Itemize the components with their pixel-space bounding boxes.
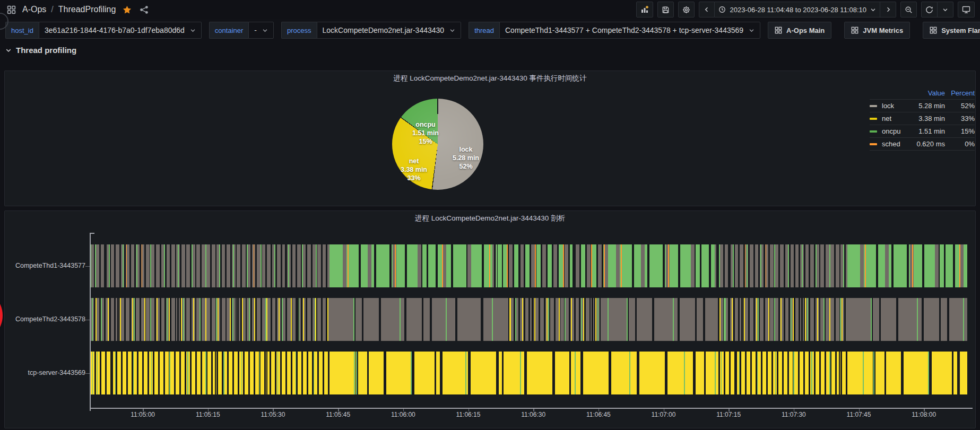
legend-header-row: ValuePercent [870, 87, 975, 100]
timeline-row-CompeteThd2-3443578 [91, 298, 967, 341]
legend-swatch-lock [870, 105, 877, 107]
x-axis-label-11:06:45: 11:06:45 [586, 411, 611, 418]
variable-value-process[interactable]: LockCompeteDemo2net.jar-3443430 [317, 22, 462, 39]
timeline-segment-group[interactable] [91, 244, 330, 287]
timeline-row-CompeteThd1-3443577 [91, 244, 967, 287]
timeline-segment-group[interactable] [847, 352, 967, 394]
y-axis-tick [85, 320, 90, 321]
variable-selected-container: - [254, 26, 257, 34]
kiosk-mode-monitor-icon[interactable] [958, 2, 975, 17]
timeline-segment-group[interactable] [847, 244, 967, 287]
legend-value: 3.38 min [906, 115, 945, 122]
variable-label-container: container [209, 22, 248, 39]
refresh-button[interactable] [921, 2, 938, 17]
x-axis-label-11:05:15: 11:05:15 [196, 411, 220, 418]
timeline-segment-group[interactable] [498, 244, 604, 287]
pie-chart: lock5.28 min52%net3.38 min33%oncpu1.51 m… [392, 99, 483, 190]
top-navbar: A-Ops / ThreadProfiling [0, 0, 980, 19]
dashboard-settings-gear-icon[interactable] [678, 2, 695, 17]
x-axis-label-11:07:45: 11:07:45 [847, 411, 871, 418]
refresh-controls [921, 2, 953, 17]
slice-name: oncpu [412, 121, 439, 129]
slice-name: net [401, 157, 427, 166]
legend-swatch-sched [870, 143, 877, 145]
legend-label: net [882, 115, 891, 122]
breadcrumb-app[interactable]: A-Ops [22, 5, 46, 14]
timeline-segment-group[interactable] [505, 298, 603, 341]
favorite-star-icon[interactable] [121, 4, 133, 15]
timeline-segment-group[interactable] [330, 244, 498, 287]
slice-value: 5.28 min [453, 154, 479, 163]
timeline-segment-group[interactable] [330, 298, 505, 341]
x-axis-label-11:07:30: 11:07:30 [782, 411, 806, 418]
timeline-segment-group[interactable] [330, 352, 715, 394]
slice-value: 1.51 min [412, 129, 439, 138]
variable-selected-process: LockCompeteDemo2net.jar-3443430 [323, 26, 445, 34]
zoom-out-time-button[interactable] [900, 2, 917, 17]
clock-icon [718, 6, 726, 13]
breadcrumb-page[interactable]: ThreadProfiling [58, 5, 116, 14]
timeline-segment-group[interactable] [91, 298, 330, 341]
variable-value-host_id[interactable]: 3e61a216-1844-4176-b7a0-1df7eba80d6d [39, 22, 202, 39]
legend-percent: 33% [945, 115, 975, 122]
variable-container: container- [209, 22, 274, 39]
timeline-row-tcp-server-3443569 [91, 352, 967, 394]
timeline-segment-group[interactable] [715, 298, 847, 341]
timeline-segment-group[interactable] [603, 298, 715, 341]
legend-row-oncpu: oncpu1.51 min15% [870, 125, 975, 138]
legend-label: sched [882, 140, 900, 148]
variable-process: processLockCompeteDemo2net.jar-3443430 [281, 22, 461, 39]
variable-value-container[interactable]: - [248, 22, 274, 39]
dashboard-row-toggle[interactable]: Thread profiling [5, 46, 76, 55]
legend-item-oncpu[interactable]: oncpu [870, 127, 906, 135]
time-shift-back-button[interactable] [699, 2, 715, 17]
legend-item-lock[interactable]: lock [870, 102, 906, 110]
variable-value-thread[interactable]: CompeteThd1-3443577 + CompeteThd2-344357… [499, 22, 760, 39]
x-axis-label-11:06:30: 11:06:30 [521, 411, 545, 418]
save-dashboard-button[interactable] [657, 2, 674, 17]
legend-item-sched[interactable]: sched [870, 140, 906, 148]
dashboard-link-a-ops-main[interactable]: A-Ops Main [768, 22, 831, 39]
chevron-down-icon [870, 7, 876, 13]
legend-label: oncpu [882, 127, 900, 135]
chevron-down-icon [5, 47, 12, 54]
x-axis-label-11:06:15: 11:06:15 [456, 411, 481, 418]
plus-accent [646, 6, 648, 8]
x-axis-label-11:05:30: 11:05:30 [261, 411, 285, 418]
dashboard-link-system-flame[interactable]: System Flame [923, 22, 980, 39]
dashboard-link-jvm-metrics[interactable]: JVM Metrics [844, 22, 910, 39]
timeline-segment-group[interactable] [603, 244, 715, 287]
timeline-segment-group[interactable] [91, 352, 330, 394]
time-range-picker-button[interactable]: 2023-06-28 11:04:48 to 2023-06-28 11:08:… [715, 2, 880, 17]
chevron-down-icon [262, 28, 268, 33]
timeline-segment-group[interactable] [715, 352, 847, 394]
x-axis-label-11:06:00: 11:06:00 [391, 411, 415, 418]
timeline-segment-group[interactable] [715, 244, 847, 287]
timeline-segment-group[interactable] [847, 298, 967, 341]
pie-panel-title[interactable]: 进程 LockCompeteDemo2net.jar-3443430 事件执行时… [5, 74, 975, 83]
add-panel-button[interactable] [636, 2, 653, 17]
dashboard-link-label: A-Ops Main [786, 27, 825, 34]
x-axis-label-11:05:00: 11:05:00 [131, 411, 155, 418]
apps-grid-icon[interactable] [5, 4, 17, 15]
legend-swatch-oncpu [870, 130, 877, 133]
variable-label-process: process [281, 22, 317, 39]
variable-thread: threadCompeteThd1-3443577 + CompeteThd2-… [469, 22, 760, 39]
state-timeline-chart: CompeteThd1-3443577CompeteThd2-3443578tc… [5, 211, 975, 428]
legend-value: 1.51 min [906, 127, 945, 135]
time-shift-forward-button[interactable] [880, 2, 896, 17]
red-floating-button[interactable] [0, 289, 3, 342]
pie-slice-label-oncpu: oncpu1.51 min15% [412, 121, 439, 146]
chevron-down-icon [749, 28, 754, 33]
variable-label-thread: thread [469, 22, 499, 39]
timeline-panel: 进程 LockCompeteDemo2net.jar-3443430 剖析 Co… [4, 210, 976, 428]
time-range-controls: 2023-06-28 11:04:48 to 2023-06-28 11:08:… [699, 2, 896, 17]
pie-panel: 进程 LockCompeteDemo2net.jar-3443430 事件执行时… [4, 71, 976, 206]
x-axis-label-11:05:45: 11:05:45 [326, 411, 350, 418]
dashboard-link-label: JVM Metrics [863, 27, 903, 34]
share-icon[interactable] [138, 4, 150, 15]
legend-item-net[interactable]: net [870, 115, 906, 122]
breadcrumb-separator: / [51, 5, 53, 14]
legend-value: 0.620 ms [906, 140, 945, 148]
refresh-interval-dropdown[interactable] [938, 2, 953, 17]
